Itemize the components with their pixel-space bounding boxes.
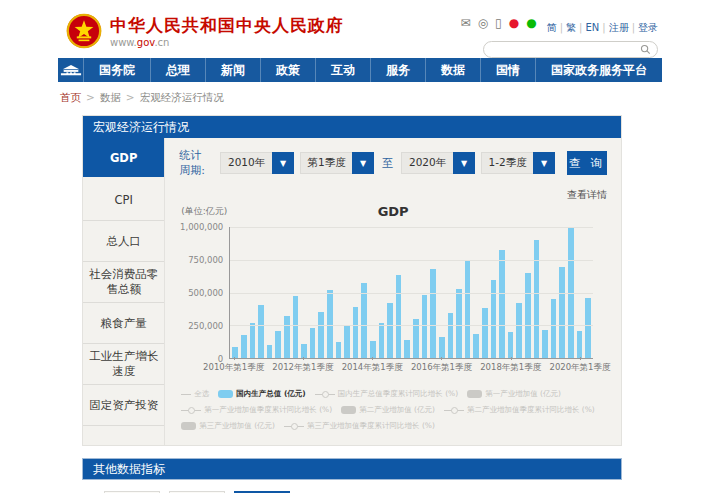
gdp-bar: [430, 269, 436, 358]
end-year-select[interactable]: 2020年 ▼: [401, 152, 475, 174]
nav-item-4[interactable]: 互动: [316, 58, 371, 82]
sidebar-item-工业生产增长速度[interactable]: 工业生产增长速度: [83, 344, 164, 385]
y-tick-label: 250,000: [188, 321, 223, 331]
gdp-bar: [508, 332, 514, 358]
legend-item-8[interactable]: 第三产业增加值季度累计同比增长 (%): [284, 421, 435, 431]
nav-item-7[interactable]: 国情: [481, 58, 536, 82]
sidebar-item-CPI[interactable]: CPI: [83, 180, 164, 221]
plot-wrap: 0250,000500,000750,0001,000,000: [179, 227, 607, 359]
quick-link-登录[interactable]: 登录: [638, 22, 658, 33]
main-nav: 国务院总理新闻政策互动服务数据国情国家政务服务平台: [58, 58, 662, 82]
sidebar-item-粮食产量[interactable]: 粮食产量: [83, 303, 164, 344]
gdp-bar: [404, 340, 410, 358]
bar-marker-icon: [341, 406, 356, 414]
quick-link-注册[interactable]: 注册: [609, 22, 629, 33]
quick-link-EN[interactable]: EN: [585, 22, 599, 33]
gdp-bar: [473, 334, 479, 358]
search-input[interactable]: [484, 43, 640, 56]
x-tick-label: 2014年第1季度: [342, 362, 403, 374]
legend-item-1[interactable]: 国内生产总值 (亿元): [218, 389, 305, 399]
gdp-bar: [370, 341, 376, 358]
nav-item-5[interactable]: 服务: [371, 58, 426, 82]
end-quarter-select[interactable]: 1-2季度 ▼: [481, 152, 555, 174]
mobile-icon[interactable]: ▯: [495, 16, 502, 30]
gdp-bar: [301, 344, 307, 358]
breadcrumb-separator: >: [126, 91, 135, 103]
chevron-down-icon[interactable]: ▼: [453, 152, 475, 174]
gdp-bar: [499, 250, 505, 358]
nav-item-8[interactable]: 国家政务服务平台: [536, 58, 662, 82]
legend-label: 国内生产总值 (亿元): [236, 389, 305, 399]
sidebar-item-GDP[interactable]: GDP: [83, 138, 164, 177]
sidebar-item-总人口[interactable]: 总人口: [83, 221, 164, 262]
bar-marker-icon: [218, 390, 233, 398]
query-button[interactable]: 查 询: [567, 151, 607, 175]
link-separator: |: [560, 22, 563, 33]
nav-item-1[interactable]: 总理: [151, 58, 206, 82]
nav-item-3[interactable]: 政策: [261, 58, 316, 82]
gdp-bar: [361, 283, 367, 358]
chevron-down-icon[interactable]: ▼: [533, 152, 555, 174]
start-year-select[interactable]: 2010年 ▼: [220, 152, 294, 174]
search-box[interactable]: [483, 41, 658, 58]
gdp-bar: [465, 261, 471, 358]
gdp-bar: [336, 342, 342, 358]
legend-item-6[interactable]: 第二产业增加值季度累计同比增长 (%): [444, 405, 595, 415]
weibo-icon[interactable]: ●: [509, 16, 519, 30]
gdp-bar: [396, 275, 402, 358]
x-tick: [441, 357, 442, 360]
start-quarter-value: 第1季度: [300, 152, 352, 174]
end-quarter-value: 1-2季度: [481, 152, 533, 174]
nav-item-2[interactable]: 新闻: [206, 58, 261, 82]
mail-icon[interactable]: ✉: [461, 16, 471, 30]
chevron-down-icon[interactable]: ▼: [352, 152, 374, 174]
breadcrumb-item-2[interactable]: 宏观经济运行情况: [140, 91, 224, 103]
view-detail-link[interactable]: 查看详情: [567, 189, 607, 200]
plot-area: [229, 227, 593, 359]
gdp-bar: [284, 316, 290, 358]
url-suffix: .cn: [154, 37, 169, 48]
quick-link-简[interactable]: 简: [547, 22, 557, 33]
chevron-down-icon[interactable]: ▼: [272, 152, 294, 174]
sidebar-item-固定资产投资[interactable]: 固定资产投资: [83, 385, 164, 426]
x-tick: [303, 357, 304, 360]
period-label: 统计周期:: [179, 148, 212, 178]
legend-item-3[interactable]: 第一产业增加值 (亿元): [467, 389, 561, 399]
x-tick: [511, 357, 512, 360]
search-icon[interactable]: [640, 44, 651, 55]
header-icons: ✉ ◎ ▯ ● ●: [461, 16, 537, 30]
sidebar-item-社会消费品零售总额[interactable]: 社会消费品零售总额: [83, 262, 164, 303]
nav-item-6[interactable]: 数据: [426, 58, 481, 82]
gdp-bar: [551, 299, 557, 358]
breadcrumb: 首页>数据>宏观经济运行情况: [60, 91, 720, 105]
legend-item-0[interactable]: 全选: [181, 389, 209, 399]
gdp-bar: [534, 240, 540, 358]
site-logo[interactable]: 中华人民共和国中央人民政府 www.gov.cn: [66, 13, 344, 49]
gdp-bar: [542, 330, 548, 358]
rss-icon[interactable]: ◎: [478, 16, 488, 30]
breadcrumb-item-1[interactable]: 数据: [100, 91, 121, 103]
x-axis: 2010年第1季度2012年第1季度2014年第1季度2016年第1季度2018…: [229, 359, 593, 373]
quick-links: 简|繁|EN|注册|登录: [547, 20, 658, 35]
x-tick-label: 2016年第1季度: [411, 362, 472, 374]
wechat-icon[interactable]: ●: [526, 16, 536, 30]
start-quarter-select[interactable]: 第1季度 ▼: [300, 152, 374, 174]
link-separator: |: [602, 22, 605, 33]
legend-item-2[interactable]: 国内生产总值季度累计同比增长 (%): [315, 389, 458, 399]
nav-home-item[interactable]: [58, 58, 84, 82]
nav-item-0[interactable]: 国务院: [84, 58, 151, 82]
quick-link-繁[interactable]: 繁: [566, 22, 576, 33]
legend-item-4[interactable]: 第一产业增加值季度累计同比增长 (%): [181, 405, 332, 415]
query-controls: 统计周期: 2010年 ▼ 第1季度 ▼ 至 2020年 ▼ 1-2季度 ▼: [179, 148, 607, 178]
line-marker-icon: [284, 422, 304, 430]
macro-economy-panel: 宏观经济运行情况 GDPCPI总人口社会消费品零售总额粮食产量工业生产增长速度固…: [82, 115, 622, 446]
bar-marker-icon: [467, 390, 482, 398]
x-tick: [372, 357, 373, 360]
legend-item-5[interactable]: 第二产业增加值 (亿元): [341, 405, 435, 415]
url-prefix: www.: [110, 37, 137, 48]
x-tick-label: 2020年第1季度: [549, 362, 610, 374]
link-separator: |: [579, 22, 582, 33]
gdp-bar: [387, 303, 393, 358]
legend-item-7[interactable]: 第三产业增加值 (亿元): [181, 421, 275, 431]
breadcrumb-item-0[interactable]: 首页: [60, 91, 81, 103]
